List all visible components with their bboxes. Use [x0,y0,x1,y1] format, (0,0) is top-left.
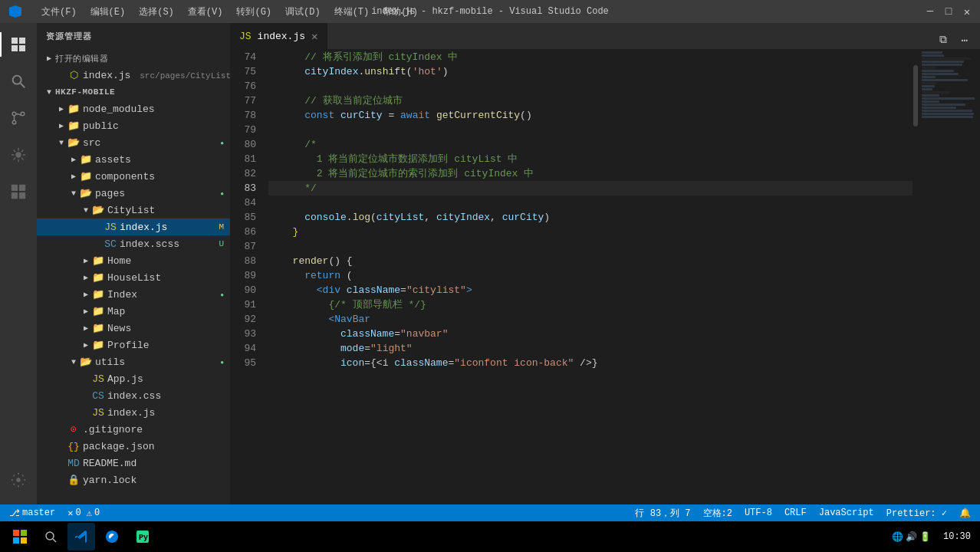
tree-item-index[interactable]: ▶ 📁 Index ● [37,286,230,303]
tree-item-pages[interactable]: ▼ 📂 pages ● [37,185,230,202]
tree-item-components[interactable]: ▶ 📁 components [37,168,230,185]
code-line[interactable]: render() { [268,254,913,268]
menu-file[interactable]: 文件(F) [35,4,83,20]
formatter-indicator[interactable]: Prettier: ✓ [883,504,950,521]
tree-item-home[interactable]: ▶ 📁 Home [37,252,230,269]
activity-explorer[interactable] [0,26,37,63]
tree-item-src[interactable]: ▼ 📂 src ● [37,134,230,151]
code-line[interactable]: cityIndex.unshift('hot') [268,64,913,79]
code-line[interactable]: // 获取当前定位城市 [268,94,913,108]
code-token: cityList [377,210,424,225]
tree-label: CityList [107,205,224,216]
encoding-indicator[interactable]: UTF-8 [742,504,775,521]
activity-settings[interactable] [0,462,37,498]
tree-label: README.md [83,458,224,469]
code-line[interactable]: /* [268,137,913,152]
open-file-item[interactable]: ⬡ index.js src/pages/CityList M [37,67,230,84]
start-button[interactable] [6,523,34,550]
tree-item-assets[interactable]: ▶ 📁 assets [37,151,230,168]
clock[interactable]: 10:30 [940,528,974,545]
code-line[interactable]: const curCity = await getCurrentCity() [268,108,913,123]
tree-item-utils[interactable]: ▼ 📂 utils ● [37,353,230,370]
tree-item-app-js[interactable]: ▶ JS App.js [37,370,230,387]
code-line[interactable]: <div className="citylist"> [268,283,913,297]
code-line[interactable]: return ( [268,268,913,283]
title-bar-left: 文件(F) 编辑(E) 选择(S) 查看(V) 转到(G) 调试(D) 终端(T… [8,4,424,20]
code-line[interactable]: 1 将当前定位城市数据添加到 cityList 中 [268,152,913,166]
tab-index-js[interactable]: JS index.js ✕ [230,23,327,49]
line-numbers: 7475767778798081828384858687888990919293… [230,50,268,504]
menu-terminal[interactable]: 终端(T) [328,4,376,20]
code-line[interactable] [268,239,913,254]
tree-item-index-scss[interactable]: ▶ SC index.scss U [37,235,230,252]
tree-item-news[interactable]: ▶ 📁 News [37,320,230,337]
maximize-button[interactable]: □ [943,6,954,17]
editor-scrollbar[interactable] [913,50,919,504]
tree-item-citylist[interactable]: ▼ 📂 CityList [37,202,230,219]
activity-git[interactable] [0,100,37,136]
menu-debug[interactable]: 调试(D) [279,4,327,20]
menu-view[interactable]: 查看(V) [182,4,229,20]
project-root[interactable]: ▼ HKZF-MOBILE [37,84,230,100]
code-line[interactable]: } [268,225,913,239]
tree-item-houselist[interactable]: ▶ 📁 HouseList [37,269,230,286]
vscode-taskbar[interactable] [67,523,95,550]
code-token: } [281,225,298,239]
activity-extensions[interactable] [0,173,37,210]
code-line[interactable]: // 将系引添加到 cityIndex 中 [268,50,913,64]
pycharm-taskbar[interactable]: Py [129,523,156,550]
tree-item-index-js[interactable]: ▶ JS index.js M [37,219,230,235]
split-editor-button[interactable]: ⧉ [934,31,952,49]
window-controls[interactable]: ─ □ ✕ [925,6,972,17]
minimize-button[interactable]: ─ [925,6,936,17]
modified-dot: ● [214,291,224,298]
tree-item-profile[interactable]: ▶ 📁 Profile [37,337,230,353]
code-line[interactable]: mode="light" [268,341,913,356]
menu-goto[interactable]: 转到(G) [230,4,278,20]
tree-item-package-json[interactable]: ▶ {} package.json [37,438,230,455]
tree-item-node-modules[interactable]: ▶ 📁 node_modules [37,100,230,117]
tree-item-map[interactable]: ▶ 📁 Map [37,303,230,320]
menu-select[interactable]: 选择(S) [133,4,180,20]
system-tray[interactable]: 🌐 🔊 🔋 [889,528,934,545]
tree-item-yarn-lock[interactable]: ▶ 🔒 yarn.lock [37,472,230,488]
scrollbar-thumb[interactable] [913,65,918,127]
close-button[interactable]: ✕ [962,6,972,17]
activity-debug[interactable] [0,136,37,173]
tree-item-index-js-root[interactable]: ▶ JS index.js [37,404,230,421]
code-content[interactable]: // 将系引添加到 cityIndex 中 cityIndex.unshift(… [268,50,913,504]
tree-item-index-css[interactable]: ▶ CS index.css [37,387,230,404]
cursor-position[interactable]: 行 83，列 7 [632,504,693,521]
code-line[interactable]: <NavBar [268,312,913,327]
code-line[interactable]: */ [268,181,913,196]
code-line[interactable] [268,123,913,137]
indent-size[interactable]: 空格:2 [700,504,735,521]
code-line[interactable]: {/* 顶部导航栏 */} [268,297,913,312]
notification-bell[interactable]: 🔔 [956,504,974,521]
code-line[interactable]: 2 将当前定位城市的索引添加到 cityIndex 中 [268,166,913,181]
minimap-line [922,116,973,118]
menu-bar[interactable]: 文件(F) 编辑(E) 选择(S) 查看(V) 转到(G) 调试(D) 终端(T… [35,4,424,20]
activity-search[interactable] [0,63,37,100]
language-indicator[interactable]: JavaScript [816,504,877,521]
code-editor[interactable]: 7475767778798081828384858687888990919293… [230,50,980,504]
search-taskbar[interactable] [37,523,64,550]
git-branch-indicator[interactable]: ⎇ master [6,504,58,521]
tree-item-gitignore[interactable]: ▶ ⊙ .gitignore [37,421,230,438]
minimap-content [919,50,980,120]
tree-item-readme[interactable]: ▶ MD README.md [37,455,230,472]
code-line[interactable]: icon={<i className="iconfont icon-back" … [268,356,913,370]
modified-badge: M [212,222,224,232]
edge-taskbar[interactable] [98,523,126,550]
tree-item-public[interactable]: ▶ 📁 public [37,117,230,134]
code-line[interactable]: console.log(cityList, cityIndex, curCity… [268,210,913,225]
code-line[interactable] [268,79,913,94]
code-line[interactable]: className="navbar" [268,327,913,341]
more-actions-button[interactable]: ⋯ [955,31,974,49]
error-count[interactable]: ✕ 0 ⚠ 0 [64,504,103,521]
tab-close-button[interactable]: ✕ [311,30,317,43]
open-editors-section[interactable]: ▶ 打开的编辑器 [37,50,230,67]
code-line[interactable] [268,196,913,210]
menu-edit[interactable]: 编辑(E) [84,4,132,20]
line-ending-indicator[interactable]: CRLF [781,504,810,521]
